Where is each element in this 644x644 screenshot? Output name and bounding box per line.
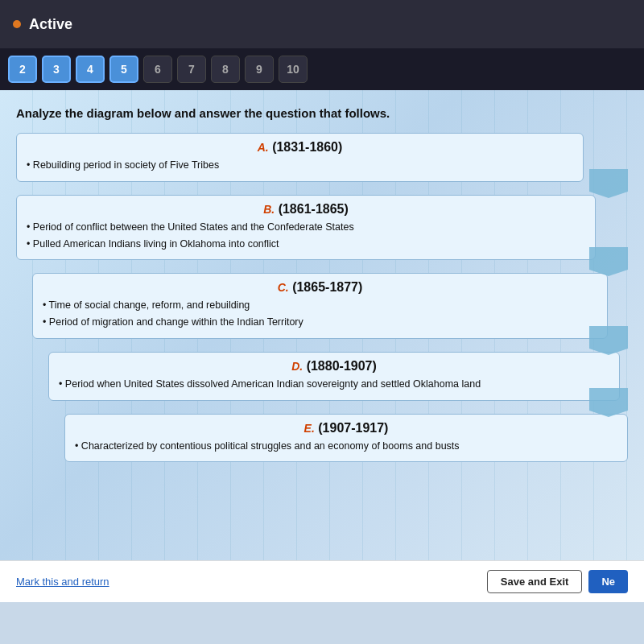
- save-exit-button[interactable]: Save and Exit: [487, 570, 583, 593]
- box-a-header: A. (1831-1860): [27, 140, 573, 155]
- arrow-b-c: [589, 247, 628, 276]
- box-d-period: (1880-1907): [307, 359, 377, 373]
- diagram-box-b: B. (1861-1865) • Period of conflict betw…: [16, 195, 596, 261]
- diagram: A. (1831-1860) • Rebuilding period in so…: [16, 133, 628, 465]
- box-c-bullet-1: • Time of social change, reform, and reb…: [43, 298, 597, 313]
- arrow-d-e: [589, 388, 628, 417]
- box-b-bullet-2: • Pulled American Indians living in Okla…: [27, 237, 585, 252]
- box-b-period: (1861-1865): [279, 202, 349, 216]
- box-c-letter: C.: [278, 281, 289, 294]
- diagram-row-c: C. (1865-1877) • Time of social change, …: [16, 273, 628, 339]
- nav-num-9[interactable]: 9: [245, 56, 274, 83]
- top-bar: Active: [0, 0, 644, 48]
- box-b-content: • Period of conflict between the United …: [27, 220, 585, 252]
- box-a-period: (1831-1860): [272, 140, 342, 154]
- svg-marker-0: [589, 169, 628, 198]
- box-b-letter: B.: [263, 203, 275, 216]
- main-content: Analyze the diagram below and answer the…: [0, 90, 644, 602]
- nav-num-2[interactable]: 2: [8, 56, 37, 83]
- diagram-row-a: A. (1831-1860) • Rebuilding period in so…: [16, 133, 628, 182]
- diagram-row-e: E. (1907-1917) • Characterized by conten…: [16, 414, 628, 463]
- arrow-c-d: [589, 326, 628, 355]
- box-a-content: • Rebuilding period in society of Five T…: [27, 158, 573, 173]
- diagram-box-c: C. (1865-1877) • Time of social change, …: [32, 273, 608, 339]
- box-e-letter: E.: [304, 422, 315, 435]
- box-e-header: E. (1907-1917): [75, 421, 617, 436]
- question-nav-bar: 2 3 4 5 6 7 8 9 10: [0, 48, 644, 90]
- box-c-period: (1865-1877): [292, 280, 362, 294]
- diagram-row-d: D. (1880-1907) • Period when United Stat…: [16, 352, 628, 401]
- box-c-bullet-2: • Period of migration and change within …: [43, 315, 597, 330]
- svg-marker-2: [589, 326, 628, 355]
- box-c-header: C. (1865-1877): [43, 280, 597, 295]
- diagram-box-d: D. (1880-1907) • Period when United Stat…: [48, 352, 620, 401]
- mark-return-link[interactable]: Mark this and return: [16, 576, 109, 588]
- status-label: Active: [29, 16, 72, 33]
- nav-num-4[interactable]: 4: [76, 56, 105, 83]
- box-b-header: B. (1861-1865): [27, 202, 585, 217]
- diagram-row-b: B. (1861-1865) • Period of conflict betw…: [16, 195, 628, 261]
- box-d-letter: D.: [291, 360, 303, 373]
- box-e-period: (1907-1917): [318, 421, 388, 435]
- box-d-content: • Period when United States dissolved Am…: [59, 377, 609, 392]
- status-dot: [13, 20, 21, 28]
- box-e-bullet-1: • Characterized by contentious political…: [75, 439, 617, 454]
- bottom-bar: Mark this and return Save and Exit Ne: [0, 560, 644, 602]
- nav-num-8[interactable]: 8: [211, 56, 240, 83]
- nav-num-3[interactable]: 3: [42, 56, 71, 83]
- svg-marker-1: [589, 247, 628, 276]
- diagram-box-a: A. (1831-1860) • Rebuilding period in so…: [16, 133, 584, 182]
- svg-marker-3: [589, 388, 628, 417]
- nav-num-6[interactable]: 6: [143, 56, 172, 83]
- box-d-bullet-1: • Period when United States dissolved Am…: [59, 377, 609, 392]
- box-a-bullet-1: • Rebuilding period in society of Five T…: [27, 158, 573, 173]
- arrow-a-b: [589, 169, 628, 198]
- box-a-letter: A.: [258, 141, 269, 154]
- box-d-header: D. (1880-1907): [59, 359, 609, 374]
- box-e-content: • Characterized by contentious political…: [75, 439, 617, 454]
- nav-num-7[interactable]: 7: [177, 56, 206, 83]
- box-c-content: • Time of social change, reform, and reb…: [43, 298, 597, 330]
- bottom-right-buttons: Save and Exit Ne: [487, 570, 628, 593]
- instruction-text: Analyze the diagram below and answer the…: [16, 106, 628, 120]
- next-button[interactable]: Ne: [588, 570, 628, 593]
- box-b-bullet-1: • Period of conflict between the United …: [27, 220, 585, 235]
- nav-num-5[interactable]: 5: [109, 56, 138, 83]
- diagram-box-e: E. (1907-1917) • Characterized by conten…: [64, 414, 628, 463]
- nav-num-10[interactable]: 10: [279, 56, 308, 83]
